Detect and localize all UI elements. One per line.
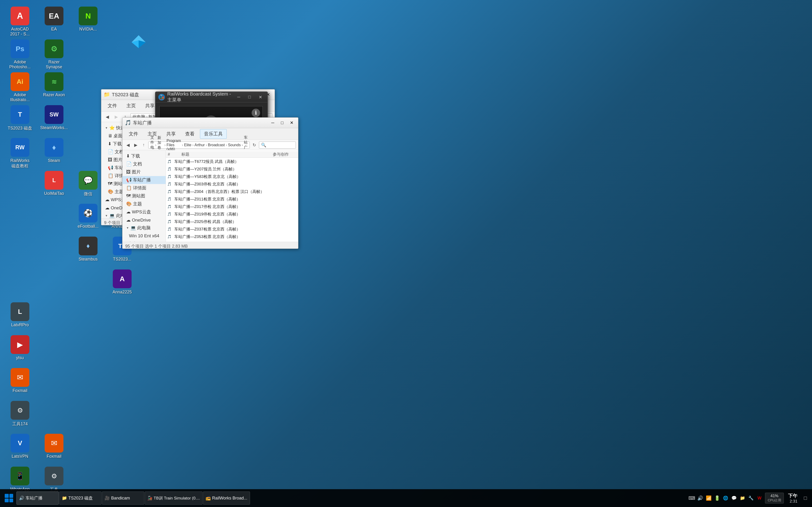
clock-area[interactable]: 下午 2:31 [786, 493, 800, 504]
tray-icon-4[interactable]: 🔋 [713, 494, 721, 502]
desktop-icon-ytsu[interactable]: ▶ ytsu [5, 333, 35, 362]
station-sidebar-nd[interactable]: 新加卷 (D:) [122, 240, 166, 242]
bandicam-taskbar-icon: 🎥 [105, 496, 110, 501]
tray-icon-6[interactable]: 💬 [730, 494, 738, 502]
station-music-tab[interactable]: 音乐工具 [200, 129, 227, 139]
file-z037[interactable]: 🎵 车站广播—Z037检票 北京西（高帧） [166, 225, 298, 233]
desktop-icon-illustrator[interactable]: Ai AdobeIllustrato... [5, 70, 35, 104]
station-minimize-btn[interactable]: ─ [268, 119, 277, 126]
back-btn[interactable]: ◀ [104, 113, 111, 120]
tray-icon-3[interactable]: 📶 [705, 494, 712, 502]
folder-icon: 📁 [104, 92, 110, 98]
tray-icon-5[interactable]: 🌐 [722, 494, 729, 502]
clock-date: 2:31 [790, 499, 798, 504]
tray-wps-icon[interactable]: W [756, 494, 763, 502]
rw-close-btn[interactable]: ✕ [256, 94, 264, 101]
station-maximize-btn[interactable]: □ [278, 119, 287, 126]
railworks-taskbar-label: RailWorks Broad... [212, 496, 247, 501]
file-t6772[interactable]: 🎵 车站广播—T6772报员 武昌（高帧） [166, 158, 298, 165]
station-taskbar-icon: 🔊 [19, 496, 24, 501]
taskbar-item-trainsim[interactable]: 🚂 TB训 Train Simulator (0.... [145, 492, 203, 505]
station-forward-btn[interactable]: ▶ [133, 142, 139, 149]
taskbar: 🔊 车站广播 📁 TS2023 磁盘 🎥 Bandicam 🚂 TB训 Trai… [0, 489, 812, 507]
station-sidebar-downloads[interactable]: ⬇ 下载 [122, 152, 166, 160]
desktop-icon-photoshop[interactable]: Ps AdobePhotosho... [5, 38, 35, 71]
rw-minimize-btn[interactable]: ─ [235, 94, 243, 101]
rw-maximize-btn[interactable]: □ [245, 94, 254, 101]
desktop-icon-razer-synapse[interactable]: ⚙ RazerSynapse [39, 38, 69, 71]
desktop-icon-logimaitao[interactable]: L UoiMaiTao [39, 169, 69, 198]
file-z003[interactable]: 🎵 车站广播—Z003停检 北京西（高帧） [166, 180, 298, 188]
desktop-icon-efootball[interactable]: ⚽ eFootball... [73, 202, 103, 231]
station-back-btn[interactable]: ◀ [125, 142, 131, 149]
station-search-box[interactable]: 🔍 [259, 142, 296, 149]
desktop-icon-razer-axon[interactable]: ≋ Razer Axon [39, 70, 69, 99]
station-file-tab[interactable]: 文件 [125, 129, 142, 139]
taskbar-item-station[interactable]: 🔊 车站广播 [16, 492, 59, 505]
ts2023-taskbar-icon: 📁 [62, 496, 67, 501]
tray-icon-1[interactable]: ⌨ [688, 494, 696, 502]
desktop-icon-ts2023[interactable]: T TS2023 磁盘 [5, 103, 35, 133]
desktop-icon-steambus[interactable]: ♦ Steambus [73, 235, 103, 264]
desktop-icon-latsvpn[interactable]: V LatsVPN [5, 432, 35, 461]
station-up-btn[interactable]: ↑ [141, 142, 147, 149]
file-z025[interactable]: 🎵 车站广播—Z025停检 武昌（高帧） [166, 218, 298, 225]
desktop-icon-foxmail[interactable]: ✉ Foxmail [5, 366, 35, 395]
taskbar-item-bandicam[interactable]: 🎥 Bandicam [102, 492, 144, 505]
station-sidebar: ⬇ 下载 📄 文档 🖼 图片 📢 车站广播 📋 详情面 🗺 测站图 🎨 主题 ☁… [122, 150, 166, 242]
bird-icon[interactable] [127, 31, 150, 54]
station-close-btn[interactable]: ✕ [287, 119, 296, 126]
station-address-path[interactable]: 文件电脑 › 新加卷 (E:) › Program Files (x86) › … [148, 142, 250, 149]
tray-icon-8[interactable]: 🔧 [747, 494, 755, 502]
station-sidebar-theme[interactable]: 🎨 主题 [122, 200, 166, 208]
desktop-icon-railworks[interactable]: RW RailWorks磁盘教程 [5, 136, 35, 171]
file-z011[interactable]: 🎵 车站广播—Z011检票 北京西（高帧） [166, 195, 298, 203]
file-z019[interactable]: 🎵 车站广播—Z019停检 北京西（高帧） [166, 210, 298, 218]
action-center-btn[interactable]: □ [801, 492, 810, 505]
desktop-icon-ea[interactable]: EA EA [39, 5, 69, 34]
desktop-icon-wechat[interactable]: 💬 微信 [73, 169, 103, 199]
system-tray: ⌨ 🔊 📶 🔋 🌐 💬 📁 🔧 W 41% CPU占用 下午 2:31 □ [688, 492, 810, 505]
station-sidebar-pc[interactable]: ▼💻 此电脑 [122, 224, 166, 232]
taskbar-item-ts2023[interactable]: 📁 TS2023 磁盘 [59, 492, 101, 505]
clock-time: 下午 [788, 493, 798, 499]
taskbar-item-railworks[interactable]: 📻 RailWorks Broad... [203, 492, 250, 505]
file-tab[interactable]: 文件 [104, 101, 121, 111]
tray-icon-7[interactable]: 📁 [739, 494, 746, 502]
station-refresh-btn[interactable]: ↻ [251, 142, 257, 149]
home-tab[interactable]: 主页 [122, 101, 140, 111]
desktop-icon-latvrpro[interactable]: L LatvRPro [5, 300, 35, 329]
rw-window-title: RailWorks Boardcast System - 主菜单 [167, 92, 232, 103]
desktop-icon-autocad[interactable]: A AutoCAD2017 - S... [5, 5, 35, 39]
file-z004[interactable]: 🎵 车站广播—Z004（首邑北京西）检票 汉口（高帧） [166, 188, 298, 195]
station-sidebar-docs[interactable]: 📄 文档 [122, 160, 166, 168]
file-z017[interactable]: 🎵 车站广播—Z017停检 北京西（高帧） [166, 203, 298, 210]
file-y207[interactable]: 🎵 车站广播—Y207报员 兰州（高帧） [166, 165, 298, 173]
station-file-list: # 标题 参与创作 🎵 车站广播—T6772报员 武昌（高帧） 🎵 车站广播—Y… [166, 150, 298, 242]
station-view-tab[interactable]: 查看 [181, 129, 199, 139]
station-sidebar-pics[interactable]: 🖼 图片 [122, 168, 166, 176]
desktop-icon-anna2225[interactable]: A Anna2225 [107, 268, 138, 296]
tray-icon-2[interactable]: 🔊 [696, 494, 704, 502]
desktop-icon-steam[interactable]: ♦ Steam [39, 136, 69, 165]
station-sidebar-map[interactable]: 🗺 测站图 [122, 192, 166, 200]
desktop-icon-steamworks[interactable]: SW SteamWorks... [39, 103, 69, 132]
file-z055[interactable]: 🎵 车站广播—Z055检票 北京西（高帧） [166, 240, 298, 242]
desktop-icon-nvidia[interactable]: N NVIDIA... [73, 5, 103, 34]
desktop-icon-foxmail2[interactable]: ✉ Foxmail [39, 432, 69, 461]
ts2023-taskbar-label: TS2023 磁盘 [68, 495, 93, 501]
rw-info-button[interactable]: ℹ [252, 109, 260, 117]
station-sidebar-win10[interactable]: Win 10 Ent x64 [122, 232, 166, 240]
station-share-tab[interactable]: 共享 [162, 129, 180, 139]
station-sidebar-detail[interactable]: 📋 详情面 [122, 184, 166, 192]
forward-btn[interactable]: ▶ [112, 113, 120, 120]
station-title: 车站广播 [133, 120, 267, 126]
station-sidebar-wps[interactable]: ☁ WPS云盘 [122, 208, 166, 216]
start-button[interactable] [2, 491, 16, 505]
station-sidebar-stationbcast[interactable]: 📢 车站广播 [122, 176, 166, 184]
file-y583[interactable]: 🎵 车站广播—Y583检票 北京北（高帧） [166, 173, 298, 180]
railworks-taskbar-icon: 📻 [206, 496, 211, 501]
station-sidebar-onedrive[interactable]: ☁ OneDrive [122, 216, 166, 224]
file-z053[interactable]: 🎵 车站广播—Z053检票 北京西（高帧） [166, 233, 298, 240]
desktop-icon-tools174[interactable]: ⚙ 工具174 [5, 399, 35, 429]
